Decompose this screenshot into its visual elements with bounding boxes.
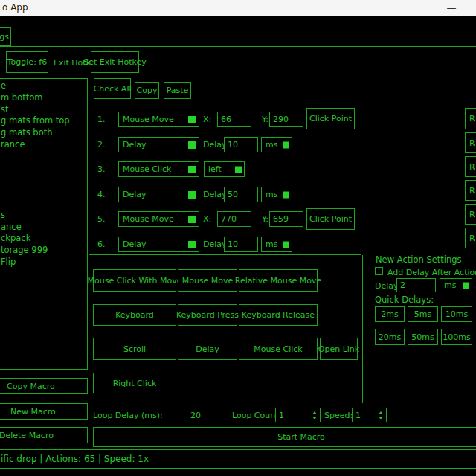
add-delay-after-action-checkbox[interactable]: [375, 267, 383, 275]
remove-action-button[interactable]: R: [465, 228, 476, 248]
list-item[interactable]: g mats both: [1, 127, 87, 139]
list-item[interactable]: ckpack: [1, 233, 87, 245]
quick-delay-5ms-button[interactable]: 5ms: [408, 306, 438, 322]
toggle-hotkey-button[interactable]: Toggle: f6: [6, 51, 48, 73]
list-item[interactable]: e: [1, 80, 87, 92]
loop-delay-input[interactable]: [187, 408, 228, 422]
settings-unit-dropdown[interactable]: ms: [440, 278, 472, 292]
dropdown-indicator-icon: [235, 166, 242, 173]
stepper-arrows-icon[interactable]: [312, 408, 317, 422]
list-item[interactable]: Flip: [1, 257, 87, 268]
new-macro-button[interactable]: New Macro: [0, 403, 88, 420]
minimize-icon[interactable]: —: [445, 1, 458, 14]
copy-macro-button[interactable]: Copy Macro: [0, 378, 88, 394]
list-item[interactable]: st: [1, 104, 87, 116]
mouse-button-dropdown[interactable]: left: [204, 161, 245, 177]
unit-dropdown[interactable]: ms: [261, 137, 292, 152]
dropdown-indicator-icon: [463, 282, 469, 289]
stepper-arrows-icon[interactable]: [379, 408, 383, 422]
loop-count-stepper[interactable]: 1: [275, 408, 321, 422]
remove-action-button[interactable]: R: [465, 132, 476, 153]
remove-action-button[interactable]: R: [465, 204, 476, 225]
add-mouse-click-button[interactable]: Mouse Click: [239, 338, 318, 360]
add-keyboard-release-button[interactable]: Keyboard Release: [239, 304, 318, 326]
click-point-button[interactable]: Click Point: [306, 208, 355, 230]
list-item[interactable]: s: [1, 210, 87, 222]
delay-label: Delay: [203, 140, 227, 149]
action-type-dropdown[interactable]: Mouse Move: [118, 112, 199, 127]
unit-value: ms: [444, 280, 456, 290]
action-type-dropdown[interactable]: Mouse Move: [118, 211, 199, 227]
quick-delay-50ms-button[interactable]: 50ms: [408, 329, 438, 345]
action-type-dropdown[interactable]: Delay: [118, 137, 199, 152]
copy-button[interactable]: Copy: [135, 82, 159, 99]
list-item[interactable]: g mats from top: [1, 115, 87, 127]
delete-macro-button[interactable]: Delete Macro: [0, 427, 88, 443]
y-input[interactable]: [269, 211, 303, 227]
quick-delay-20ms-button[interactable]: 20ms: [375, 329, 405, 345]
remove-action-button[interactable]: R: [465, 108, 476, 129]
add-mouse-move-button[interactable]: Mouse Move: [178, 269, 237, 292]
menubar-divider: [0, 46, 476, 47]
unit-dropdown[interactable]: ms: [261, 237, 292, 252]
titlebar: o App —: [0, 0, 476, 16]
unit-dropdown[interactable]: ms: [261, 187, 292, 202]
delay-input[interactable]: [224, 187, 258, 202]
delay-input[interactable]: [224, 137, 258, 152]
x-input[interactable]: [217, 211, 251, 227]
start-macro-button[interactable]: Start Macro: [93, 427, 476, 447]
list-item[interactable]: [1, 163, 87, 175]
dropdown-indicator-icon: [283, 141, 289, 148]
list-item[interactable]: ance: [1, 222, 87, 234]
list-item[interactable]: [1, 174, 87, 186]
quick-delay-2ms-button[interactable]: 2ms: [375, 306, 405, 322]
delay-input[interactable]: [224, 237, 258, 252]
list-item[interactable]: [1, 186, 87, 198]
add-mouse-click-with-move-button[interactable]: Mouse Click With Move: [93, 269, 176, 292]
quick-delays-label: Quick Delays:: [375, 295, 434, 305]
quick-delay-10ms-button[interactable]: 10ms: [441, 306, 472, 322]
dropdown-indicator-icon: [188, 166, 196, 173]
add-open-link-button[interactable]: Open Link: [320, 338, 358, 360]
action-type-dropdown[interactable]: Delay: [118, 187, 199, 202]
click-point-button[interactable]: Click Point: [306, 108, 355, 129]
x-label: X:: [203, 214, 211, 224]
add-relative-mouse-move-button[interactable]: Relative Mouse Move: [239, 269, 318, 292]
add-keyboard-button[interactable]: Keyboard: [93, 304, 176, 326]
action-number: 4.: [97, 190, 106, 199]
list-item[interactable]: torage 999: [1, 245, 87, 257]
add-scroll-button[interactable]: Scroll: [93, 338, 176, 360]
list-item[interactable]: rance: [1, 139, 87, 151]
dropdown-indicator-icon: [188, 191, 196, 199]
settings-panel-divider: [362, 255, 363, 403]
quick-delay-100ms-button[interactable]: 100ms: [441, 329, 472, 345]
list-item[interactable]: m bottom: [1, 92, 87, 104]
add-keyboard-press-button[interactable]: Keyboard Press: [178, 304, 237, 326]
menu-tab-settings[interactable]: gs: [0, 27, 11, 46]
x-input[interactable]: [217, 112, 251, 127]
add-delay-button[interactable]: Delay: [178, 338, 237, 360]
macro-listbox[interactable]: e m bottom st g mats from top g mats bot…: [0, 78, 88, 370]
action-number: 5.: [97, 214, 106, 224]
speed-stepper[interactable]: 1: [352, 408, 387, 422]
action-type-value: Mouse Click: [123, 164, 171, 174]
remove-action-button[interactable]: R: [465, 180, 476, 201]
loop-delay-label: Loop Delay (ms):: [93, 411, 163, 420]
paste-button[interactable]: Paste: [164, 82, 191, 99]
action-type-dropdown[interactable]: Mouse Click: [118, 161, 199, 177]
action-type-dropdown[interactable]: Delay: [118, 237, 199, 252]
check-all-button[interactable]: Check All: [94, 78, 131, 99]
unit-value: ms: [266, 140, 277, 149]
settings-delay-input[interactable]: [396, 278, 436, 292]
list-item[interactable]: [1, 151, 87, 163]
dropdown-indicator-icon: [283, 241, 289, 248]
dropdown-indicator-icon: [188, 141, 196, 149]
add-right-click-button[interactable]: Right Click: [93, 373, 176, 393]
y-input[interactable]: [269, 112, 303, 127]
list-item[interactable]: [1, 198, 87, 210]
app-window: o App — gs : Toggle: f6 Exit Hotkey: Set…: [0, 0, 476, 476]
mouse-button-value: left: [208, 164, 222, 174]
set-exit-hotkey-button[interactable]: Set Exit Hotkey: [91, 51, 139, 73]
dropdown-indicator-icon: [188, 116, 196, 123]
remove-action-button[interactable]: R: [465, 156, 476, 177]
